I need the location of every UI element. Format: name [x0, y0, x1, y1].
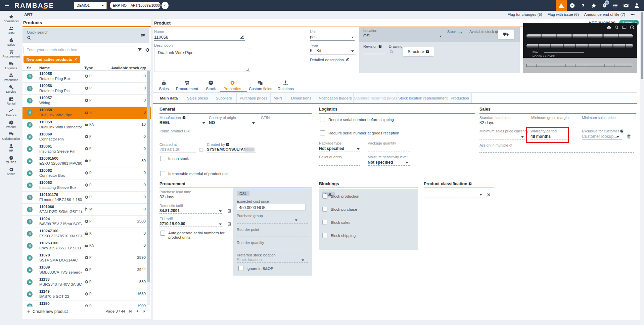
type-value[interactable]: K - Kit — [310, 48, 321, 53]
sidebar-item[interactable]: Logistics — [0, 59, 22, 71]
minimum-gross-margin-input[interactable] — [531, 126, 576, 126]
topbar-button[interactable] — [620, 0, 631, 11]
product-row[interactable]: 4 110059 DualLink With Connectors KA 10 — [22, 119, 151, 131]
address-input[interactable]: ART/100699/100001/ — [128, 2, 160, 9]
sub-tab[interactable]: Stock location replenishment — [398, 93, 448, 103]
reorder-point-input[interactable] — [237, 237, 308, 237]
product-row[interactable]: 4 1101066 STÅLRØR SØMLØSE 168,3 X M 0 — [22, 204, 151, 216]
sub-tab[interactable]: Main data — [154, 93, 184, 103]
product-row[interactable]: 4 110060 Connector Pin P 0 — [22, 131, 151, 143]
country-of-origin-value[interactable]: NO — [209, 120, 215, 125]
sidebar-item[interactable]: Collaboration — [0, 130, 22, 142]
search-criteria-input[interactable]: Enter your search criteria here — [24, 46, 134, 54]
package-type-value[interactable]: Not specified — [319, 146, 344, 151]
blocking-checkbox[interactable] — [322, 220, 327, 225]
create-new-product-button[interactable]: Create new product — [27, 309, 68, 314]
chevron-down-icon[interactable] — [295, 219, 297, 221]
edit-icon[interactable] — [240, 35, 244, 39]
funnel-icon[interactable] — [137, 47, 142, 52]
chevron-down-icon[interactable] — [202, 122, 205, 124]
external-link-icon[interactable] — [182, 116, 186, 119]
domestic-tariff-value[interactable]: 84.81.2091 — [159, 208, 180, 213]
product-row[interactable]: 4 110253100 Esko 32578551 Xx SCU Servo K… — [22, 240, 151, 252]
manufacturer-value[interactable]: REEL — [159, 120, 170, 125]
warning-button[interactable] — [556, 0, 567, 11]
chevron-down-icon[interactable] — [351, 37, 354, 38]
chevron-down-icon[interactable] — [616, 136, 619, 138]
is-non-stock-checkbox[interactable] — [160, 156, 165, 161]
chevron-down-icon[interactable] — [219, 224, 222, 225]
topbar-button[interactable]: 4 — [599, 0, 610, 11]
sub-tab[interactable]: Dimensions — [285, 93, 317, 103]
chevron-down-icon[interactable] — [219, 210, 222, 212]
sidebar-item[interactable]: Finance — [0, 107, 22, 118]
edit-image-icon[interactable] — [622, 25, 627, 30]
is-traceable-checkbox[interactable] — [160, 171, 165, 176]
main-tab[interactable]: Procurement — [176, 80, 198, 91]
product-row[interactable]: 4 11070 SS14 SMA DO-214AC P 2890 — [22, 252, 151, 264]
product-row[interactable]: 4 11024 BAV99 75V 215mA SOT-23 P 2503 — [22, 216, 151, 228]
page-prev-icon[interactable] — [135, 309, 139, 313]
minimum-sales-price-input[interactable] — [582, 126, 634, 126]
main-tab[interactable]: Stock — [206, 80, 216, 91]
trash-icon[interactable] — [627, 134, 631, 139]
serial-before-shipping-checkbox[interactable] — [320, 117, 325, 122]
product-row[interactable]: 4 110061500 ESKO 32567661 MPC800 CU K 30 — [22, 155, 151, 167]
product-row[interactable]: 4 110056 Retainer Ring Pin P 0 — [22, 83, 151, 95]
unit-value[interactable]: pcs — [310, 35, 316, 39]
topbar-button[interactable] — [610, 0, 620, 11]
sidebar-item[interactable]: Admin — [0, 165, 22, 177]
product-row[interactable]: 4 11089 SMBJ33CA TVS zenerdiode 3 P 2944 — [22, 264, 151, 276]
main-tab[interactable]: Custom fields — [249, 80, 272, 91]
trash-icon[interactable] — [227, 208, 232, 213]
product-row[interactable]: 4 110058 DualLink Wire Pipe K 0 — [22, 107, 151, 119]
sidebar-item[interactable]: Product — [0, 118, 22, 130]
clear-icon[interactable] — [487, 193, 491, 197]
sidebar-item[interactable]: QHSES — [0, 154, 22, 165]
trash-icon[interactable] — [227, 221, 232, 226]
search-icon[interactable] — [389, 50, 394, 54]
sub-tab[interactable]: Notification triggers — [317, 93, 354, 103]
customer-lookup-placeholder[interactable]: Customer lookup... — [582, 134, 617, 139]
product-row[interactable]: 4 110061 Insulating Sleeve Pin P 0 — [22, 143, 151, 155]
page-first-icon[interactable] — [128, 309, 132, 313]
close-icon[interactable] — [74, 58, 77, 61]
history-icon[interactable] — [630, 25, 634, 30]
purchase-group-input[interactable] — [237, 223, 308, 224]
sidebar-item[interactable]: HR — [0, 142, 22, 154]
product-row[interactable]: 4 11149 BAS70-5 SOT-23 P 1680 — [22, 288, 151, 300]
product-row[interactable]: 4 110055 Retainer Ring Box P 0 — [22, 71, 151, 83]
chevron-down-icon[interactable] — [357, 148, 360, 150]
sidebar-item[interactable]: Sales — [0, 36, 22, 48]
sub-tab[interactable]: Purchase prices — [237, 93, 271, 103]
structure-button[interactable]: Structure — [403, 47, 434, 56]
external-link-icon[interactable] — [468, 182, 472, 186]
product-row[interactable]: 4 11133 MBRS340TS 40V 3A SCHOTT P 880 — [22, 276, 151, 288]
product-row[interactable]: 4 110063 Insulating Sleeve Box P 0 — [22, 179, 151, 192]
more-actions-button[interactable]: ••• — [631, 12, 635, 16]
flag-action-link[interactable]: Announce end of life (7) — [584, 12, 625, 16]
blocking-checkbox[interactable] — [322, 194, 327, 199]
product-row[interactable]: 4 110062 Connector Box P 0 — [22, 167, 151, 179]
download-icon[interactable] — [607, 25, 611, 30]
topbar-button[interactable] — [588, 0, 599, 11]
environment-select[interactable]: DEMO1 — [74, 2, 107, 9]
sub-tab[interactable]: Production — [448, 93, 472, 103]
filter-chip[interactable]: New and active products — [24, 56, 80, 63]
flag-action-link[interactable]: Flag with issue (6) — [547, 12, 579, 16]
sub-tab[interactable]: Sales prices — [184, 93, 211, 103]
product-row[interactable]: 4 110247100 ESKO 32578510 XN SCU SDE K 0 — [22, 228, 151, 240]
chevron-down-icon[interactable] — [302, 259, 304, 261]
sidebar-item[interactable]: Service — [0, 83, 22, 95]
purchase-lead-time-value[interactable]: 32 days — [159, 195, 174, 199]
product-row[interactable]: 4 110101179 El.motor 14BG186-4 180L 22 P… — [22, 192, 151, 204]
name-value[interactable]: 110058 — [154, 35, 168, 40]
warranty-period-value[interactable]: 48 months — [531, 134, 551, 139]
chevron-down-icon[interactable] — [406, 162, 408, 164]
sliders-icon[interactable] — [140, 33, 146, 38]
sub-tab[interactable]: MPN — [271, 93, 285, 103]
preferred-stock-location-placeholder[interactable]: Stock location — [237, 257, 262, 262]
zoom-icon[interactable] — [614, 25, 619, 30]
page-scrollbar-thumb[interactable] — [641, 12, 643, 79]
quick-search-input[interactable] — [27, 41, 138, 41]
